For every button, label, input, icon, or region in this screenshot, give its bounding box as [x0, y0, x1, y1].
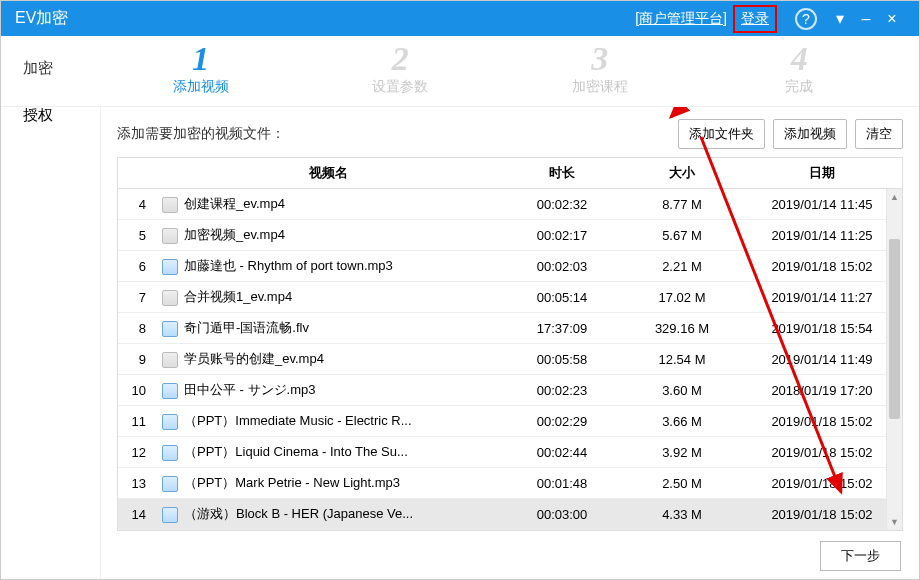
row-date: 2019/01/18 15:02: [742, 253, 902, 280]
row-size: 3.60 M: [622, 377, 742, 404]
row-duration: 17:37:09: [502, 315, 622, 342]
sidebar-item-authorize[interactable]: 授权: [1, 92, 100, 139]
row-duration: 00:02:44: [502, 439, 622, 466]
row-name: 学员账号的创建_ev.mp4: [154, 344, 502, 374]
step-add-video[interactable]: 1 添加视频: [101, 42, 301, 96]
row-index: 12: [118, 439, 154, 466]
row-index: 13: [118, 470, 154, 497]
clear-button[interactable]: 清空: [855, 119, 903, 149]
table-row[interactable]: 6加藤達也 - Rhythm of port town.mp300:02:032…: [118, 251, 902, 282]
row-index: 14: [118, 501, 154, 528]
row-index: 6: [118, 253, 154, 280]
col-date[interactable]: 日期: [742, 158, 902, 188]
table-header: 视频名 时长 大小 日期: [118, 158, 902, 189]
body-area: 1 添加视频 2 设置参数 3 加密课程 4 完成 加密 授权: [1, 36, 919, 579]
table-row[interactable]: 4创建课程_ev.mp400:02:328.77 M2019/01/14 11:…: [118, 189, 902, 220]
row-size: 5.67 M: [622, 222, 742, 249]
table-row[interactable]: 11（PPT）Immediate Music - Electric R...00…: [118, 406, 902, 437]
row-duration: 00:02:17: [502, 222, 622, 249]
next-button[interactable]: 下一步: [820, 541, 901, 571]
table-row[interactable]: 5加密视频_ev.mp400:02:175.67 M2019/01/14 11:…: [118, 220, 902, 251]
login-link[interactable]: 登录: [733, 5, 777, 33]
col-size[interactable]: 大小: [622, 158, 742, 188]
steps-bar: 1 添加视频 2 设置参数 3 加密课程 4 完成: [1, 36, 919, 107]
row-duration: 00:05:14: [502, 284, 622, 311]
file-icon: [162, 228, 178, 244]
close-button[interactable]: ×: [879, 10, 905, 28]
file-icon: [162, 383, 178, 399]
row-name: 创建课程_ev.mp4: [154, 189, 502, 219]
table-body: 4创建课程_ev.mp400:02:328.77 M2019/01/14 11:…: [118, 189, 902, 530]
merchant-platform-link[interactable]: [商户管理平台]: [635, 10, 727, 28]
row-date: 2019/01/18 15:02: [742, 470, 902, 497]
sidebar-item-encrypt[interactable]: 加密: [1, 45, 100, 92]
sidebar: 加密 授权: [1, 107, 101, 579]
add-folder-button[interactable]: 添加文件夹: [678, 119, 765, 149]
file-icon: [162, 476, 178, 492]
row-size: 3.66 M: [622, 408, 742, 435]
table-row[interactable]: 10田中公平 - サンジ.mp300:02:233.60 M2018/01/19…: [118, 375, 902, 406]
app-title: EV加密: [15, 8, 68, 29]
file-icon: [162, 414, 178, 430]
row-name: 田中公平 - サンジ.mp3: [154, 375, 502, 405]
menu-icon[interactable]: ▾: [827, 9, 853, 28]
col-name[interactable]: 视频名: [154, 158, 502, 188]
table-row[interactable]: 8奇门遁甲-国语流畅.flv17:37:09329.16 M2019/01/18…: [118, 313, 902, 344]
file-icon: [162, 259, 178, 275]
row-size: 4.33 M: [622, 501, 742, 528]
scrollbar[interactable]: ▲ ▼: [886, 189, 902, 530]
row-name: 奇门遁甲-国语流畅.flv: [154, 313, 502, 343]
scrollbar-thumb[interactable]: [889, 239, 900, 419]
row-size: 3.92 M: [622, 439, 742, 466]
add-video-button[interactable]: 添加视频: [773, 119, 847, 149]
table-row[interactable]: 12（PPT）Liquid Cinema - Into The Su...00:…: [118, 437, 902, 468]
file-icon: [162, 352, 178, 368]
prompt-label: 添加需要加密的视频文件：: [117, 125, 285, 143]
file-table: 视频名 时长 大小 日期 4创建课程_ev.mp400:02:328.77 M2…: [117, 157, 903, 531]
file-icon: [162, 507, 178, 523]
row-name: （PPT）Mark Petrie - New Light.mp3: [154, 468, 502, 498]
help-icon[interactable]: ?: [795, 8, 817, 30]
row-index: 10: [118, 377, 154, 404]
row-date: 2019/01/18 15:54: [742, 315, 902, 342]
row-name: 加密视频_ev.mp4: [154, 220, 502, 250]
app-window: EV加密 [商户管理平台] 登录 ? ▾ – × 1 添加视频 2 设置参数 3…: [0, 0, 920, 580]
table-row[interactable]: 9学员账号的创建_ev.mp400:05:5812.54 M2019/01/14…: [118, 344, 902, 375]
minimize-button[interactable]: –: [853, 10, 879, 28]
row-name: （PPT）Liquid Cinema - Into The Su...: [154, 437, 502, 467]
row-date: 2019/01/18 15:02: [742, 408, 902, 435]
step-encrypt-course[interactable]: 3 加密课程: [500, 42, 700, 96]
file-icon: [162, 445, 178, 461]
content-area: 添加需要加密的视频文件： 添加文件夹 添加视频 清空 视频名 时长 大小 日期: [101, 107, 919, 579]
row-name: 合并视频1_ev.mp4: [154, 282, 502, 312]
row-duration: 00:03:00: [502, 501, 622, 528]
file-icon: [162, 197, 178, 213]
row-size: 329.16 M: [622, 315, 742, 342]
scroll-down-icon[interactable]: ▼: [887, 514, 902, 530]
scroll-up-icon[interactable]: ▲: [887, 189, 902, 205]
col-duration[interactable]: 时长: [502, 158, 622, 188]
row-date: 2019/01/18 15:02: [742, 439, 902, 466]
step-complete[interactable]: 4 完成: [700, 42, 900, 96]
svg-line-0: [671, 107, 721, 117]
table-row[interactable]: 7合并视频1_ev.mp400:05:1417.02 M2019/01/14 1…: [118, 282, 902, 313]
main-row: 加密 授权 添加需要加密的视频文件： 添加文件夹 添加视频 清空 视频名: [1, 107, 919, 579]
row-date: 2019/01/14 11:25: [742, 222, 902, 249]
row-index: 5: [118, 222, 154, 249]
titlebar: EV加密 [商户管理平台] 登录 ? ▾ – ×: [1, 1, 919, 36]
table-row[interactable]: 13（PPT）Mark Petrie - New Light.mp300:01:…: [118, 468, 902, 499]
row-date: 2019/01/14 11:45: [742, 191, 902, 218]
row-index: 4: [118, 191, 154, 218]
file-icon: [162, 290, 178, 306]
row-duration: 00:02:03: [502, 253, 622, 280]
row-duration: 00:01:48: [502, 470, 622, 497]
row-date: 2019/01/14 11:49: [742, 346, 902, 373]
row-index: 9: [118, 346, 154, 373]
step-set-params[interactable]: 2 设置参数: [301, 42, 501, 96]
row-size: 2.21 M: [622, 253, 742, 280]
table-row[interactable]: 14（游戏）Block B - HER (Japanese Ve...00:03…: [118, 499, 902, 530]
row-date: 2019/01/18 15:02: [742, 501, 902, 528]
row-name: （游戏）Block B - HER (Japanese Ve...: [154, 499, 502, 529]
row-size: 17.02 M: [622, 284, 742, 311]
row-size: 8.77 M: [622, 191, 742, 218]
